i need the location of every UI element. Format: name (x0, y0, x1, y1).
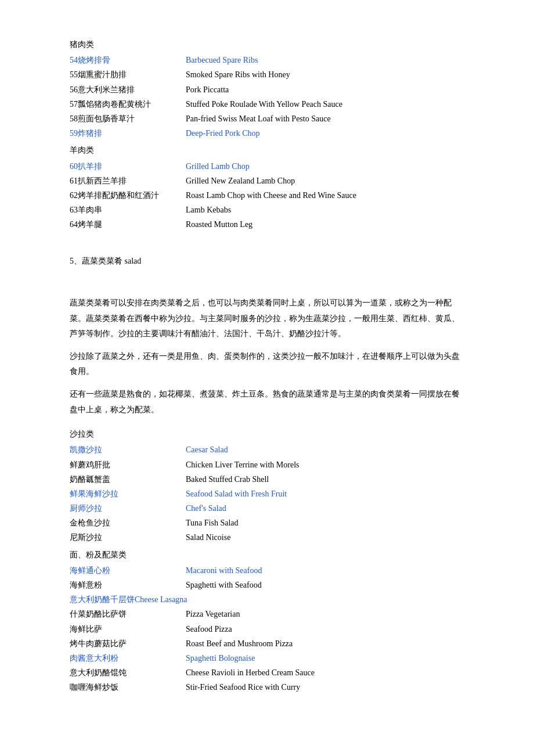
salad-item-english-link[interactable]: Seafood Salad with Fresh Fruit (186, 489, 287, 498)
noodle-item-chinese: 什菜奶酪比萨饼 (70, 607, 186, 621)
salad-item-chinese: 凯撒沙拉 (70, 442, 186, 457)
noodle-menu-item: 什菜奶酪比萨饼Pizza Vegetarian (70, 607, 464, 621)
pork-menu-item: 56意大利米兰猪排Pork Piccatta (70, 82, 464, 97)
lamb-category-label: 羊肉类 (70, 143, 464, 157)
salad-menu-item: 奶酪瓤蟹盖Baked Stuffed Crab Shell (70, 472, 464, 487)
pork-item-english: Pork Piccatta (186, 82, 229, 97)
noodle-item-english-link[interactable]: Spaghetti Bolognaise (186, 654, 255, 663)
salad-menu-item: 鲜蘑鸡肝批Chicken Liver Terrine with Morels (70, 458, 464, 472)
salad-item-chinese-link[interactable]: 厨师沙拉 (70, 504, 102, 513)
salad-item-chinese: 鲜果海鲜沙拉 (70, 487, 186, 501)
salad-item-english: Caesar Salad (186, 442, 228, 457)
noodle-menu-item: 肉酱意大利粉Spaghetti Bolognaise (70, 651, 464, 665)
noodle-item-chinese: 肉酱意大利粉 (70, 651, 186, 665)
lamb-item-chinese: 63羊肉串 (70, 203, 186, 217)
pork-item-chinese: 57瓢馅猪肉卷配黄桃汁 (70, 97, 186, 111)
lamb-item-chinese-link[interactable]: 60扒羊排 (70, 162, 102, 171)
noodle-menu-list: 海鲜通心粉Macaroni with Seafood海鲜意粉Spaghetti … (70, 563, 464, 695)
pork-item-chinese: 56意大利米兰猪排 (70, 82, 186, 97)
lamb-item-english: Roasted Mutton Leg (186, 217, 252, 232)
salad-menu-item: 尼斯沙拉Salad Nicoise (70, 530, 464, 545)
pork-menu-list: 54烧烤排骨Barbecued Spare Ribs55烟熏蜜汁肋排Smoked… (70, 53, 464, 141)
lamb-menu-item: 63羊肉串Lamb Kebabs (70, 203, 464, 217)
noodle-menu-item: 海鲜比萨Seafood Pizza (70, 622, 464, 636)
lamb-menu-item: 64烤羊腿Roasted Mutton Leg (70, 217, 464, 232)
noodle-item-chinese-link[interactable]: 海鲜通心粉 (70, 566, 110, 575)
lamb-category-text: 羊肉类 (70, 146, 94, 154)
noodle-menu-item: 海鲜意粉Spaghetti with Seafood (70, 578, 464, 592)
noodle-item-english-link[interactable]: Macaroni with Seafood (186, 566, 262, 575)
pork-menu-item: 55烟熏蜜汁肋排Smoked Spare Ribs with Honey (70, 67, 464, 82)
description-paragraph: 还有一些蔬菜是熟食的，如花椰菜、煮菠菜、炸土豆条。熟食的蔬菜通常是与主菜的肉食类… (70, 387, 464, 417)
pork-item-chinese: 58煎面包肠香草汁 (70, 111, 186, 126)
salad-menu-item: 鲜果海鲜沙拉Seafood Salad with Fresh Fruit (70, 487, 464, 501)
noodle-category-label: 面、粉及配菜类 (70, 548, 464, 562)
salad-item-chinese: 尼斯沙拉 (70, 530, 186, 545)
noodle-item-english: Roast Beef and Mushroom Pizza (186, 636, 293, 651)
pork-item-chinese-link[interactable]: 54烧烤排骨 (70, 56, 110, 64)
salad-item-english: Seafood Salad with Fresh Fruit (186, 487, 287, 501)
description-paragraph: 沙拉除了蔬菜之外，还有一类是用鱼、肉、蛋类制作的，这类沙拉一般不加味汁，在进餐顺… (70, 349, 464, 380)
lamb-item-english: Lamb Kebabs (186, 203, 231, 217)
lamb-item-english: Roast Lamb Chop with Cheese and Red Wine… (186, 188, 356, 203)
pork-item-english: Pan-fried Swiss Meat Loaf with Pesto Sau… (186, 111, 331, 126)
pork-menu-item: 54烧烤排骨Barbecued Spare Ribs (70, 53, 464, 67)
salad-item-chinese: 鲜蘑鸡肝批 (70, 458, 186, 472)
salad-item-english-link[interactable]: Caesar Salad (186, 445, 228, 454)
lamb-menu-list: 60扒羊排Grilled Lamb Chop61扒新西兰羊排Grilled Ne… (70, 159, 464, 232)
salad-item-english: Chef's Salad (186, 501, 226, 516)
description-paragraph: 蔬菜类菜肴可以安排在肉类菜肴之后，也可以与肉类菜肴同时上桌，所以可以算为一道菜，… (70, 296, 464, 342)
salad-item-english: Baked Stuffed Crab Shell (186, 472, 269, 487)
noodle-item-english: Spaghetti Bolognaise (186, 651, 255, 665)
salad-menu-list: 凯撒沙拉Caesar Salad鲜蘑鸡肝批Chicken Liver Terri… (70, 442, 464, 545)
pork-item-english-link[interactable]: Barbecued Spare Ribs (186, 56, 258, 64)
pork-menu-item: 58煎面包肠香草汁Pan-fried Swiss Meat Loaf with … (70, 111, 464, 126)
noodle-category-text: 面、粉及配菜类 (70, 550, 127, 559)
lamb-menu-item: 61扒新西兰羊排Grilled New Zealand Lamb Chop (70, 174, 464, 188)
salad-item-english: Salad Nicoise (186, 530, 230, 545)
salad-item-english: Chicken Liver Terrine with Morels (186, 458, 300, 472)
pork-category-text: 猪肉类 (70, 40, 94, 49)
pork-item-english: Stuffed Poke Roulade With Yellow Peach S… (186, 97, 342, 111)
noodle-item-english: Stir-Fried Seafood Rice with Curry (186, 680, 300, 694)
pork-item-chinese: 59炸猪排 (70, 126, 186, 141)
pork-item-chinese: 55烟熏蜜汁肋排 (70, 67, 186, 82)
noodle-item-english: Seafood Pizza (186, 622, 232, 636)
pork-item-english: Deep-Fried Pork Chop (186, 126, 260, 141)
pork-item-chinese: 54烧烤排骨 (70, 53, 186, 67)
salad-category-text: 沙拉类 (70, 430, 94, 438)
noodle-item-chinese: 海鲜比萨 (70, 622, 186, 636)
salad-item-chinese: 奶酪瓤蟹盖 (70, 472, 186, 487)
noodle-item-chinese-link[interactable]: 肉酱意大利粉 (70, 654, 118, 663)
noodle-item-chinese-link[interactable]: 意大利奶酪千层饼 (70, 592, 135, 607)
lamb-item-chinese: 60扒羊排 (70, 159, 186, 174)
salad-item-chinese-link[interactable]: 凯撒沙拉 (70, 445, 102, 454)
noodle-menu-item: 烤牛肉蘑菇比萨Roast Beef and Mushroom Pizza (70, 636, 464, 651)
lamb-item-english: Grilled Lamb Chop (186, 159, 250, 174)
salad-item-chinese: 金枪鱼沙拉 (70, 516, 186, 530)
noodle-item-chinese: 海鲜通心粉 (70, 563, 186, 578)
salad-item-english-link[interactable]: Chef's Salad (186, 504, 226, 513)
noodle-menu-item: 意大利奶酪千层饼Cheese Lasagna (70, 592, 464, 607)
noodle-menu-item: 咖喱海鲜炒饭Stir-Fried Seafood Rice with Curry (70, 680, 464, 694)
vegetable-description: 蔬菜类菜肴可以安排在肉类菜肴之后，也可以与肉类菜肴同时上桌，所以可以算为一道菜，… (70, 296, 464, 417)
noodle-item-english-link[interactable]: Cheese Lasagna (135, 592, 187, 607)
lamb-item-chinese: 64烤羊腿 (70, 217, 186, 232)
pork-item-english-link[interactable]: Deep-Fried Pork Chop (186, 129, 260, 138)
salad-item-chinese: 厨师沙拉 (70, 501, 186, 516)
section5-title: 5、蔬菜类菜肴 salad (70, 254, 464, 268)
lamb-item-chinese: 62烤羊排配奶酪和红酒汁 (70, 188, 186, 203)
pork-item-chinese-link[interactable]: 59炸猪排 (70, 129, 102, 138)
noodle-item-english: Cheese Ravioli in Herbed Cream Sauce (186, 665, 315, 680)
noodle-item-chinese: 烤牛肉蘑菇比萨 (70, 636, 186, 651)
noodle-item-english: Macaroni with Seafood (186, 563, 262, 578)
pork-item-english: Smoked Spare Ribs with Honey (186, 67, 290, 82)
noodle-item-chinese: 海鲜意粉 (70, 578, 186, 592)
salad-menu-item: 凯撒沙拉Caesar Salad (70, 442, 464, 457)
lamb-menu-item: 62烤羊排配奶酪和红酒汁Roast Lamb Chop with Cheese … (70, 188, 464, 203)
lamb-item-english-link[interactable]: Grilled Lamb Chop (186, 162, 250, 171)
noodle-menu-item: 海鲜通心粉Macaroni with Seafood (70, 563, 464, 578)
noodle-item-english: Spaghetti with Seafood (186, 578, 262, 592)
noodle-item-chinese: 意大利奶酪馄饨 (70, 665, 186, 680)
salad-item-chinese-link[interactable]: 鲜果海鲜沙拉 (70, 489, 118, 498)
